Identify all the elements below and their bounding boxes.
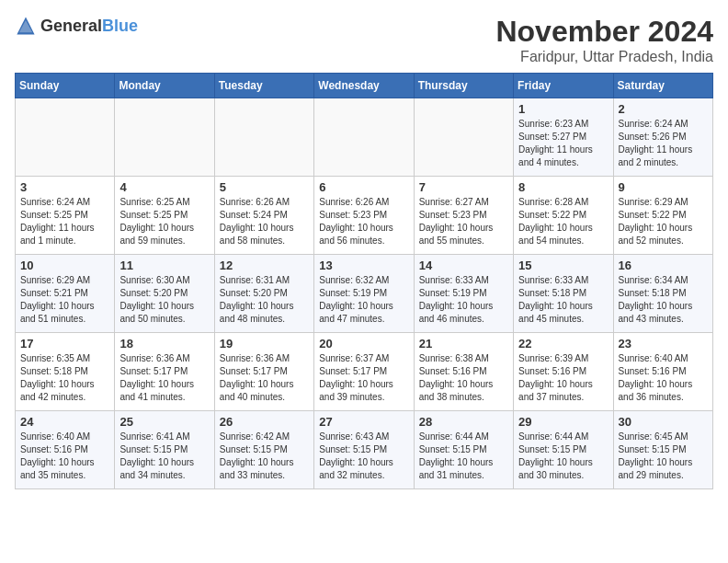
calendar-cell: 25Sunrise: 6:41 AM Sunset: 5:15 PM Dayli…: [115, 411, 214, 489]
calendar-cell: [16, 98, 115, 177]
calendar-cell: [214, 98, 313, 177]
day-info: Sunrise: 6:32 AM Sunset: 5:19 PM Dayligh…: [319, 274, 408, 326]
calendar-cell: 22Sunrise: 6:39 AM Sunset: 5:16 PM Dayli…: [514, 333, 613, 411]
calendar-cell: 11Sunrise: 6:30 AM Sunset: 5:20 PM Dayli…: [115, 255, 214, 333]
calendar-cell: 1Sunrise: 6:23 AM Sunset: 5:27 PM Daylig…: [514, 98, 613, 177]
calendar-cell: 15Sunrise: 6:33 AM Sunset: 5:18 PM Dayli…: [514, 255, 613, 333]
day-number: 20: [319, 337, 408, 350]
day-number: 25: [119, 415, 209, 429]
calendar-cell: 8Sunrise: 6:28 AM Sunset: 5:22 PM Daylig…: [514, 177, 613, 255]
calendar-cell: 19Sunrise: 6:36 AM Sunset: 5:17 PM Dayli…: [214, 333, 313, 411]
day-number: 30: [619, 415, 708, 429]
day-number: 7: [419, 180, 508, 194]
day-info: Sunrise: 6:44 AM Sunset: 5:15 PM Dayligh…: [518, 431, 608, 482]
day-info: Sunrise: 6:25 AM Sunset: 5:25 PM Dayligh…: [119, 196, 209, 247]
header-row: SundayMondayTuesdayWednesdayThursdayFrid…: [16, 74, 713, 98]
calendar-cell: 6Sunrise: 6:26 AM Sunset: 5:23 PM Daylig…: [314, 177, 414, 255]
day-info: Sunrise: 6:30 AM Sunset: 5:20 PM Dayligh…: [119, 274, 209, 326]
day-number: 19: [220, 337, 309, 350]
month-title: November 2024: [495, 15, 713, 49]
day-info: Sunrise: 6:26 AM Sunset: 5:23 PM Dayligh…: [319, 196, 408, 247]
calendar-cell: 20Sunrise: 6:37 AM Sunset: 5:17 PM Dayli…: [314, 333, 414, 411]
calendar-cell: 21Sunrise: 6:38 AM Sunset: 5:16 PM Dayli…: [414, 333, 513, 411]
day-number: 18: [119, 337, 209, 350]
calendar-cell: 9Sunrise: 6:29 AM Sunset: 5:22 PM Daylig…: [613, 177, 712, 255]
day-info: Sunrise: 6:37 AM Sunset: 5:17 PM Dayligh…: [319, 352, 408, 404]
calendar-header: SundayMondayTuesdayWednesdayThursdayFrid…: [16, 74, 713, 98]
logo-text-general: General: [40, 17, 102, 35]
calendar-cell: 29Sunrise: 6:44 AM Sunset: 5:15 PM Dayli…: [514, 411, 613, 489]
week-row-3: 10Sunrise: 6:29 AM Sunset: 5:21 PM Dayli…: [16, 255, 713, 333]
day-info: Sunrise: 6:33 AM Sunset: 5:18 PM Dayligh…: [518, 274, 608, 326]
header-day-saturday: Saturday: [613, 74, 712, 98]
calendar-body: 1Sunrise: 6:23 AM Sunset: 5:27 PM Daylig…: [16, 98, 713, 489]
day-number: 17: [20, 337, 109, 350]
week-row-1: 1Sunrise: 6:23 AM Sunset: 5:27 PM Daylig…: [16, 98, 713, 177]
calendar-cell: 17Sunrise: 6:35 AM Sunset: 5:18 PM Dayli…: [16, 333, 115, 411]
day-info: Sunrise: 6:41 AM Sunset: 5:15 PM Dayligh…: [119, 431, 209, 482]
week-row-4: 17Sunrise: 6:35 AM Sunset: 5:18 PM Dayli…: [16, 333, 713, 411]
calendar-cell: 14Sunrise: 6:33 AM Sunset: 5:19 PM Dayli…: [414, 255, 513, 333]
calendar-cell: 18Sunrise: 6:36 AM Sunset: 5:17 PM Dayli…: [115, 333, 214, 411]
calendar-cell: 4Sunrise: 6:25 AM Sunset: 5:25 PM Daylig…: [115, 177, 214, 255]
day-number: 23: [619, 337, 708, 350]
day-info: Sunrise: 6:28 AM Sunset: 5:22 PM Dayligh…: [518, 196, 608, 247]
day-info: Sunrise: 6:26 AM Sunset: 5:24 PM Dayligh…: [220, 196, 309, 247]
location-subtitle: Faridpur, Uttar Pradesh, India: [495, 49, 713, 65]
calendar-cell: 30Sunrise: 6:45 AM Sunset: 5:15 PM Dayli…: [613, 411, 712, 489]
header-day-monday: Monday: [115, 74, 214, 98]
day-info: Sunrise: 6:27 AM Sunset: 5:23 PM Dayligh…: [419, 196, 508, 247]
header-day-thursday: Thursday: [414, 74, 513, 98]
calendar-cell: [314, 98, 414, 177]
calendar-cell: 7Sunrise: 6:27 AM Sunset: 5:23 PM Daylig…: [414, 177, 513, 255]
day-number: 26: [220, 415, 309, 429]
calendar-cell: 24Sunrise: 6:40 AM Sunset: 5:16 PM Dayli…: [16, 411, 115, 489]
header-day-tuesday: Tuesday: [214, 74, 313, 98]
day-number: 24: [20, 415, 109, 429]
day-number: 6: [319, 180, 408, 194]
day-info: Sunrise: 6:31 AM Sunset: 5:20 PM Dayligh…: [220, 274, 309, 326]
logo-text-blue: Blue: [102, 17, 138, 35]
page-header: GeneralBlue November 2024 Faridpur, Utta…: [15, 15, 713, 65]
title-area: November 2024 Faridpur, Uttar Pradesh, I…: [495, 15, 713, 65]
day-info: Sunrise: 6:44 AM Sunset: 5:15 PM Dayligh…: [419, 431, 508, 482]
day-number: 9: [619, 180, 708, 194]
day-number: 14: [419, 259, 508, 272]
day-number: 29: [518, 415, 608, 429]
calendar-cell: 26Sunrise: 6:42 AM Sunset: 5:15 PM Dayli…: [214, 411, 313, 489]
day-number: 11: [119, 259, 209, 272]
day-number: 27: [319, 415, 408, 429]
calendar-cell: 3Sunrise: 6:24 AM Sunset: 5:25 PM Daylig…: [16, 177, 115, 255]
calendar-cell: 28Sunrise: 6:44 AM Sunset: 5:15 PM Dayli…: [414, 411, 513, 489]
header-day-friday: Friday: [514, 74, 613, 98]
header-day-wednesday: Wednesday: [314, 74, 414, 98]
day-info: Sunrise: 6:42 AM Sunset: 5:15 PM Dayligh…: [220, 431, 309, 482]
day-info: Sunrise: 6:38 AM Sunset: 5:16 PM Dayligh…: [419, 352, 508, 404]
day-number: 8: [518, 180, 608, 194]
calendar-cell: 16Sunrise: 6:34 AM Sunset: 5:18 PM Dayli…: [613, 255, 712, 333]
week-row-5: 24Sunrise: 6:40 AM Sunset: 5:16 PM Dayli…: [16, 411, 713, 489]
day-info: Sunrise: 6:43 AM Sunset: 5:15 PM Dayligh…: [319, 431, 408, 482]
day-info: Sunrise: 6:35 AM Sunset: 5:18 PM Dayligh…: [20, 352, 109, 404]
day-info: Sunrise: 6:34 AM Sunset: 5:18 PM Dayligh…: [619, 274, 708, 326]
calendar-cell: [115, 98, 214, 177]
day-info: Sunrise: 6:36 AM Sunset: 5:17 PM Dayligh…: [220, 352, 309, 404]
day-info: Sunrise: 6:23 AM Sunset: 5:27 PM Dayligh…: [518, 118, 608, 169]
day-number: 13: [319, 259, 408, 272]
calendar-cell: 12Sunrise: 6:31 AM Sunset: 5:20 PM Dayli…: [214, 255, 313, 333]
day-number: 3: [20, 180, 109, 194]
day-number: 2: [619, 102, 708, 116]
day-info: Sunrise: 6:36 AM Sunset: 5:17 PM Dayligh…: [119, 352, 209, 404]
header-day-sunday: Sunday: [16, 74, 115, 98]
day-info: Sunrise: 6:29 AM Sunset: 5:21 PM Dayligh…: [20, 274, 109, 326]
day-number: 16: [619, 259, 708, 272]
day-number: 4: [119, 180, 209, 194]
day-number: 15: [518, 259, 608, 272]
calendar-cell: 5Sunrise: 6:26 AM Sunset: 5:24 PM Daylig…: [214, 177, 313, 255]
calendar-cell: 27Sunrise: 6:43 AM Sunset: 5:15 PM Dayli…: [314, 411, 414, 489]
day-info: Sunrise: 6:39 AM Sunset: 5:16 PM Dayligh…: [518, 352, 608, 404]
day-info: Sunrise: 6:24 AM Sunset: 5:26 PM Dayligh…: [619, 118, 708, 169]
day-info: Sunrise: 6:24 AM Sunset: 5:25 PM Dayligh…: [20, 196, 109, 247]
logo-icon: [15, 15, 37, 37]
calendar-cell: 10Sunrise: 6:29 AM Sunset: 5:21 PM Dayli…: [16, 255, 115, 333]
